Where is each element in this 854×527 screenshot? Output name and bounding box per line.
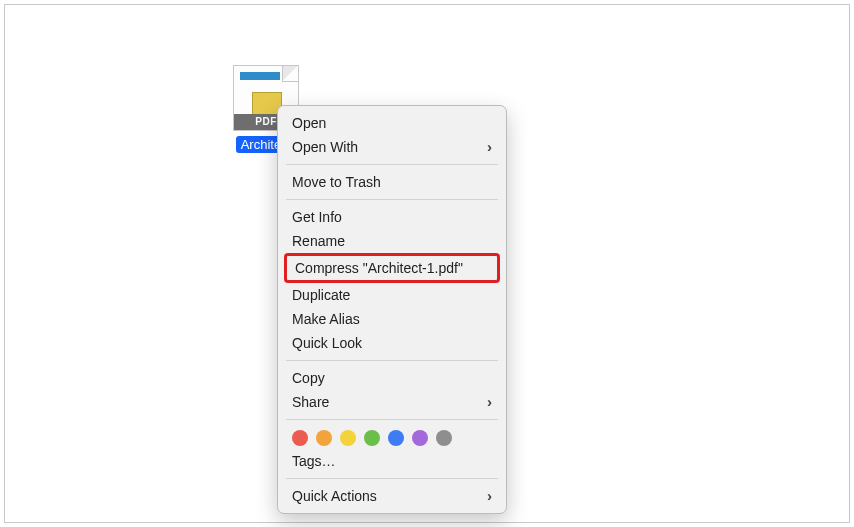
tag-color-row <box>278 425 506 449</box>
menu-move-to-trash[interactable]: Move to Trash <box>278 170 506 194</box>
menu-separator <box>286 164 498 165</box>
tag-purple-icon[interactable] <box>412 430 428 446</box>
menu-duplicate[interactable]: Duplicate <box>278 283 506 307</box>
menu-make-alias-label: Make Alias <box>292 310 360 328</box>
tag-gray-icon[interactable] <box>436 430 452 446</box>
menu-rename[interactable]: Rename <box>278 229 506 253</box>
menu-tags-label: Tags… <box>292 452 336 470</box>
menu-compress-label: Compress "Architect-1.pdf" <box>295 259 463 277</box>
menu-quick-look-label: Quick Look <box>292 334 362 352</box>
menu-get-info-label: Get Info <box>292 208 342 226</box>
menu-separator <box>286 478 498 479</box>
tag-orange-icon[interactable] <box>316 430 332 446</box>
window-frame: PDF Architect Open Open With › Move to T… <box>4 4 850 523</box>
chevron-right-icon: › <box>487 487 492 505</box>
menu-share-label: Share <box>292 393 329 411</box>
tag-red-icon[interactable] <box>292 430 308 446</box>
chevron-right-icon: › <box>487 138 492 156</box>
menu-move-to-trash-label: Move to Trash <box>292 173 381 191</box>
menu-quick-look[interactable]: Quick Look <box>278 331 506 355</box>
menu-share[interactable]: Share › <box>278 390 506 414</box>
menu-open-with-label: Open With <box>292 138 358 156</box>
tag-blue-icon[interactable] <box>388 430 404 446</box>
menu-open-label: Open <box>292 114 326 132</box>
menu-separator <box>286 419 498 420</box>
tag-green-icon[interactable] <box>364 430 380 446</box>
menu-quick-actions[interactable]: Quick Actions › <box>278 484 506 508</box>
menu-rename-label: Rename <box>292 232 345 250</box>
menu-copy-label: Copy <box>292 369 325 387</box>
highlighted-menu-item: Compress "Architect-1.pdf" <box>284 253 500 283</box>
menu-separator <box>286 199 498 200</box>
menu-tags[interactable]: Tags… <box>278 449 506 473</box>
menu-quick-actions-label: Quick Actions <box>292 487 377 505</box>
tag-yellow-icon[interactable] <box>340 430 356 446</box>
menu-open[interactable]: Open <box>278 111 506 135</box>
menu-get-info[interactable]: Get Info <box>278 205 506 229</box>
menu-separator <box>286 360 498 361</box>
chevron-right-icon: › <box>487 393 492 411</box>
menu-duplicate-label: Duplicate <box>292 286 350 304</box>
menu-compress[interactable]: Compress "Architect-1.pdf" <box>287 256 497 280</box>
menu-copy[interactable]: Copy <box>278 366 506 390</box>
menu-open-with[interactable]: Open With › <box>278 135 506 159</box>
menu-make-alias[interactable]: Make Alias <box>278 307 506 331</box>
context-menu: Open Open With › Move to Trash Get Info … <box>277 105 507 514</box>
desktop-area: PDF Architect Open Open With › Move to T… <box>5 5 849 522</box>
